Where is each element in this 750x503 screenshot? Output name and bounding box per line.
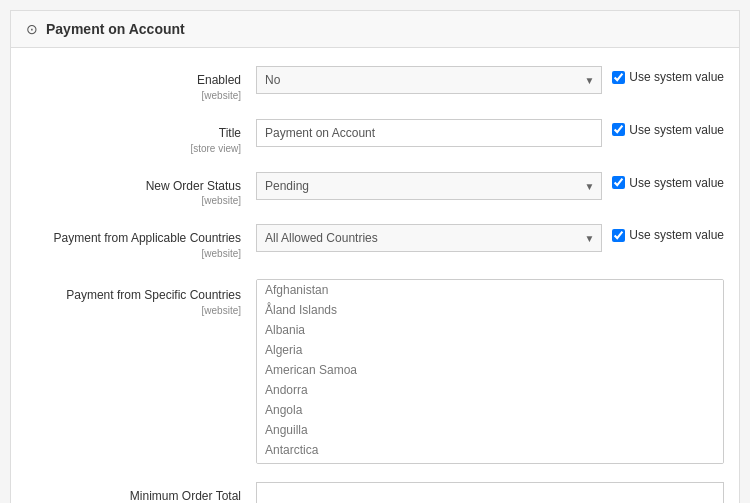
applicable-countries-select-wrap: All Allowed Countries Specific Countries…: [256, 224, 602, 252]
applicable-countries-row: Payment from Applicable Countries [websi…: [11, 216, 739, 269]
new-order-status-row: New Order Status [website] Pending Proce…: [11, 164, 739, 217]
title-row: Title [store view] Use system value: [11, 111, 739, 164]
enabled-select-wrap: No Yes ▼: [256, 66, 602, 94]
list-item[interactable]: American Samoa: [257, 360, 723, 380]
section-header[interactable]: ⊙ Payment on Account: [11, 11, 739, 48]
title-use-system-value[interactable]: Use system value: [612, 119, 724, 137]
section-title: Payment on Account: [46, 21, 185, 37]
new-order-status-checkbox[interactable]: [612, 176, 625, 189]
list-item[interactable]: Algeria: [257, 340, 723, 360]
enabled-system-checkbox[interactable]: [612, 71, 625, 84]
specific-countries-row: Payment from Specific Countries [website…: [11, 269, 739, 472]
new-order-status-select[interactable]: Pending Processing: [256, 172, 602, 200]
section-content: Enabled [website] No Yes ▼ Use system va…: [11, 48, 739, 503]
list-item[interactable]: Anguilla: [257, 420, 723, 440]
specific-countries-label: Payment from Specific Countries [website…: [26, 279, 256, 318]
specific-countries-listbox[interactable]: Afghanistan Åland Islands Albania Algeri…: [256, 279, 724, 464]
applicable-countries-use-system-value[interactable]: Use system value: [612, 224, 724, 242]
title-input[interactable]: [256, 119, 602, 147]
minimum-order-total-label: Minimum Order Total [website]: [26, 482, 256, 503]
list-item[interactable]: Albania: [257, 320, 723, 340]
enabled-use-system-value[interactable]: Use system value: [612, 66, 724, 84]
title-system-checkbox[interactable]: [612, 123, 625, 136]
list-item[interactable]: Andorra: [257, 380, 723, 400]
new-order-status-select-wrap: Pending Processing ▼: [256, 172, 602, 200]
new-order-status-control: Pending Processing ▼ Use system value: [256, 172, 724, 200]
minimum-order-total-control: [256, 482, 724, 503]
payment-on-account-section: ⊙ Payment on Account Enabled [website] N…: [10, 10, 740, 503]
list-item[interactable]: Afghanistan: [257, 280, 723, 300]
specific-countries-control: Afghanistan Åland Islands Albania Algeri…: [256, 279, 724, 464]
enabled-select[interactable]: No Yes: [256, 66, 602, 94]
title-label: Title [store view]: [26, 119, 256, 156]
collapse-icon: ⊙: [26, 21, 38, 37]
specific-countries-listbox-wrap: Afghanistan Åland Islands Albania Algeri…: [256, 279, 724, 464]
enabled-control: No Yes ▼ Use system value: [256, 66, 724, 94]
list-item[interactable]: Antarctica: [257, 440, 723, 460]
list-item[interactable]: Åland Islands: [257, 300, 723, 320]
applicable-countries-label: Payment from Applicable Countries [websi…: [26, 224, 256, 261]
title-control: Use system value: [256, 119, 724, 147]
applicable-countries-control: All Allowed Countries Specific Countries…: [256, 224, 724, 252]
enabled-row: Enabled [website] No Yes ▼ Use system va…: [11, 58, 739, 111]
new-order-status-use-system-value[interactable]: Use system value: [612, 172, 724, 190]
list-item[interactable]: Angola: [257, 400, 723, 420]
new-order-status-label: New Order Status [website]: [26, 172, 256, 209]
minimum-order-total-input[interactable]: [256, 482, 724, 503]
list-item[interactable]: Antigua & Barbuda: [257, 460, 723, 464]
enabled-label: Enabled [website]: [26, 66, 256, 103]
applicable-countries-checkbox[interactable]: [612, 229, 625, 242]
minimum-order-total-row: Minimum Order Total [website]: [11, 472, 739, 503]
applicable-countries-select[interactable]: All Allowed Countries Specific Countries: [256, 224, 602, 252]
